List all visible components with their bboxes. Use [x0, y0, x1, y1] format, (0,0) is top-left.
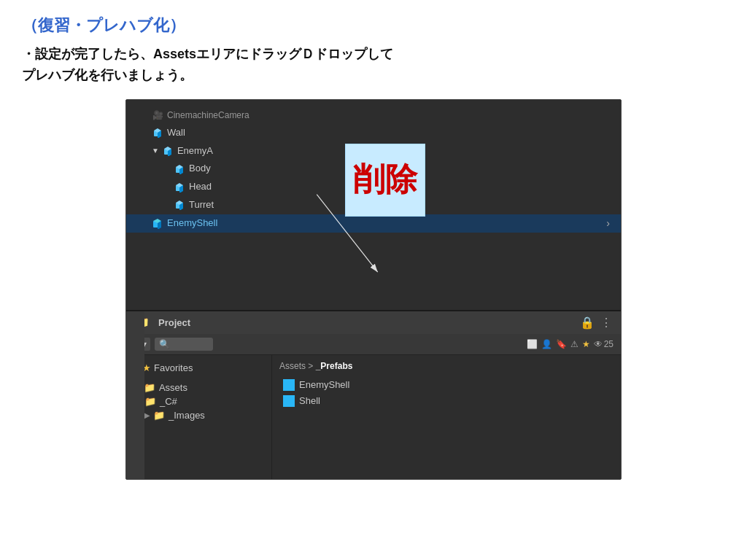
asset-item-enemyshell[interactable]: EnemyShell — [279, 377, 614, 393]
folder-label: _C# — [160, 396, 177, 407]
folder-icon: 📁 — [144, 396, 156, 407]
expand-icon[interactable]: ⬜ — [527, 339, 538, 349]
folder-label: _Images — [169, 410, 205, 421]
favorites-section[interactable]: ▶ ★ Favorites — [126, 361, 271, 375]
lock-icon[interactable]: 🔒 — [580, 316, 595, 330]
project-title: Project — [158, 317, 190, 328]
breadcrumb: Assets > _Prefabs — [279, 361, 614, 371]
description-line2: プレハブ化を行いましょう。 — [22, 68, 193, 82]
prefab-cube-icon — [283, 379, 295, 391]
header-actions: 🔒 ⋮ — [580, 316, 612, 330]
prefab-cube-icon — [283, 395, 295, 407]
project-content: ▶ ★ Favorites ▼ 📁 Assets 📁 _C# — [126, 355, 621, 479]
item-label: Body — [189, 161, 211, 176]
cube-icon — [174, 182, 185, 193]
toolbar-icons: ⬜ 👤 🔖 ⚠ ★ 👁 25 — [527, 339, 614, 349]
item-label: Wall — [167, 125, 185, 141]
menu-icon[interactable]: ⋮ — [600, 316, 612, 330]
breadcrumb-text: Assets > — [279, 361, 316, 371]
asset-label: EnemyShell — [299, 379, 349, 390]
page-title: （復習・プレハブ化） — [22, 15, 725, 36]
user-icon[interactable]: 👤 — [541, 339, 552, 349]
folder-icon: 📁 — [153, 410, 165, 421]
asset-label: Shell — [299, 395, 320, 406]
breadcrumb-active: _Prefabs — [316, 361, 353, 371]
item-label: CinemachineCamera — [167, 109, 249, 122]
cube-icon — [162, 145, 174, 157]
eye-count: 👁 25 — [594, 339, 614, 349]
item-label: Head — [189, 179, 212, 195]
hierarchy-item-wall[interactable]: Wall — [126, 124, 621, 142]
folder-csharp[interactable]: 📁 _C# — [126, 394, 271, 408]
arrow-down-icon: ▼ — [152, 145, 159, 157]
asset-item-shell[interactable]: Shell — [279, 393, 614, 409]
project-header: 📁 Project 🔒 ⋮ — [126, 311, 621, 334]
unity-editor-area: 🎥 CinemachineCamera Wall ▼ EnemyA — [125, 99, 622, 480]
favorites-label: Favorites — [154, 362, 193, 373]
folder-icon: 📁 — [144, 382, 155, 393]
tag-icon[interactable]: 🔖 — [556, 339, 567, 349]
item-label: Turret — [189, 198, 214, 213]
hierarchy-panel: 🎥 CinemachineCamera Wall ▼ EnemyA — [126, 100, 621, 311]
search-input[interactable] — [155, 338, 213, 351]
cube-icon — [174, 163, 185, 175]
item-label: EnemyA — [177, 144, 213, 159]
delete-badge: 削除 — [345, 144, 425, 217]
description: ・設定が完了したら、AssetsエリアにドラッグＤドロップして プレハブ化を行い… — [22, 44, 725, 86]
cube-icon — [152, 127, 163, 139]
project-folder-tree: ▶ ★ Favorites ▼ 📁 Assets 📁 _C# — [126, 355, 272, 479]
folder-label: Assets — [159, 382, 187, 393]
hierarchy-item-camera[interactable]: 🎥 CinemachineCamera — [126, 107, 621, 124]
folder-images[interactable]: ▶ 📁 _Images — [126, 408, 271, 422]
hierarchy-item-enemyshell[interactable]: EnemyShell › — [126, 214, 621, 233]
description-line1: ・設定が完了したら、AssetsエリアにドラッグＤドロップして — [22, 47, 393, 61]
cube-icon — [174, 199, 185, 211]
page-container: （復習・プレハブ化） ・設定が完了したら、AssetsエリアにドラッグＤドロップ… — [0, 0, 747, 494]
arrow-right-icon: ▶ — [144, 411, 150, 419]
delete-text: 削除 — [353, 158, 417, 201]
project-assets-area: Assets > _Prefabs EnemyShell Shell — [272, 355, 621, 479]
chevron-right-icon: › — [606, 215, 610, 231]
cube-blue-icon — [152, 217, 163, 229]
camera-icon: 🎥 — [152, 109, 163, 121]
star-filter-icon[interactable]: ★ — [582, 339, 590, 349]
project-panel: 📁 Project 🔒 ⋮ +▾ ⬜ 👤 🔖 ⚠ ★ 👁 25 — [126, 311, 621, 479]
folder-assets[interactable]: ▼ 📁 Assets — [126, 381, 271, 394]
warning-icon[interactable]: ⚠ — [570, 339, 578, 349]
item-label: EnemyShell — [167, 216, 217, 231]
project-toolbar: +▾ ⬜ 👤 🔖 ⚠ ★ 👁 25 — [126, 334, 621, 355]
